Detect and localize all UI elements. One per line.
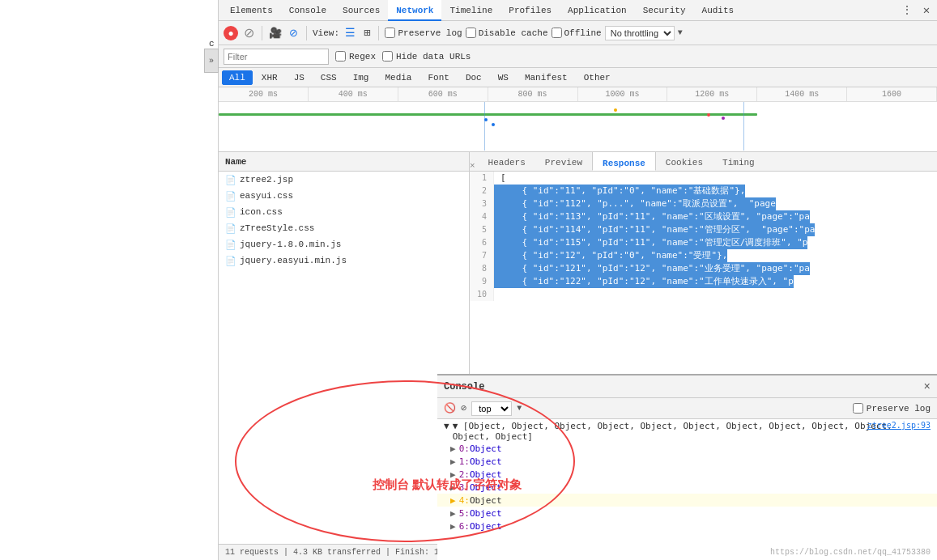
right-tab-cookies[interactable]: Cookies: [656, 152, 713, 171]
filter-button[interactable]: ⊘: [286, 26, 300, 40]
console-ban-icon[interactable]: 🚫: [444, 402, 456, 414]
console-item-6-arrow[interactable]: ▶: [450, 521, 456, 532]
tab-network[interactable]: Network: [388, 0, 441, 21]
response-line-3: 3 { "id":"112", "p...", "name":"取派员设置", …: [470, 197, 937, 210]
tick-600: 600 ms: [398, 87, 488, 101]
network-toolbar: ● ⊘ 🎥 ⊘ View: ☰ ⊞ Preserve log Disable c…: [219, 21, 937, 45]
tab-security[interactable]: Security: [635, 0, 694, 21]
view-label: View:: [313, 28, 339, 38]
console-item-1-arrow[interactable]: ▶: [450, 456, 456, 467]
file-item-ztreestyle[interactable]: 📄 zTreeStyle.css: [219, 220, 469, 236]
right-tab-preview[interactable]: Preview: [535, 152, 592, 171]
response-line-8: 8 { "id":"121", "pId":"12", "name":"业务受理…: [470, 262, 937, 275]
throttle-dropdown-arrow[interactable]: ▼: [678, 28, 683, 37]
type-btn-css[interactable]: CSS: [313, 70, 344, 85]
tick-400: 400 ms: [309, 87, 398, 101]
console-close-btn[interactable]: ×: [924, 380, 931, 393]
tab-bar-icons: ⋮ ✕: [900, 3, 934, 18]
offline-group: Offline: [552, 28, 602, 38]
console-item-4-arrow[interactable]: ▶: [450, 495, 456, 506]
timeline-area: 200 ms 400 ms 600 ms 800 ms 1000 ms 1200…: [219, 87, 937, 152]
regex-group: Regex: [335, 51, 376, 62]
video-button[interactable]: 🎥: [268, 26, 283, 40]
tab-audits[interactable]: Audits: [694, 0, 743, 21]
devtools-panel: Elements Console Sources Network Timelin…: [219, 0, 937, 560]
type-btn-manifest[interactable]: Manifest: [517, 70, 575, 85]
response-line-10: 10: [470, 288, 937, 301]
console-source-ref[interactable]: ztree2.jsp:93: [867, 421, 931, 430]
disable-cache-group: Disable cache: [466, 28, 548, 38]
record-button[interactable]: ●: [224, 26, 238, 40]
console-toolbar: 🚫 ⊘ top ▼ Preserve log: [437, 398, 937, 419]
close-devtools-icon[interactable]: ✕: [919, 3, 934, 18]
console-array-arrow[interactable]: ▼: [444, 421, 449, 431]
console-item-0: ▶ 0: Object: [437, 442, 937, 455]
left-sidebar: c »: [0, 0, 219, 560]
type-btn-js[interactable]: JS: [287, 70, 312, 85]
tile-view-btn[interactable]: ⊞: [361, 26, 373, 40]
file-icon: 📄: [225, 190, 236, 202]
tick-1200: 1200 ms: [667, 87, 757, 101]
response-line-6: 6 { "id":"115", "pId":"11", "name":"管理定区…: [470, 236, 937, 249]
file-icon: 📄: [225, 206, 236, 218]
file-icon: 📄: [225, 239, 236, 250]
hide-data-urls-group: Hide data URLs: [382, 51, 471, 62]
type-btn-img[interactable]: Img: [346, 70, 377, 85]
right-tab-headers[interactable]: Headers: [479, 152, 535, 171]
annotation-text: 控制台 默认转成了字符对象: [373, 477, 522, 493]
console-preserve-log-checkbox[interactable]: [853, 403, 863, 414]
console-context-select[interactable]: top: [471, 401, 512, 416]
type-btn-all[interactable]: All: [222, 70, 253, 85]
file-item-jquery-easyui[interactable]: 📄 jquery.easyui.min.js: [219, 252, 469, 269]
right-tabs: × Headers Preview Response Cookies Timin…: [470, 152, 937, 172]
response-line-5: 5 { "id":"114", "pId":"11", "name":"管理分区…: [470, 223, 937, 236]
console-title: Console: [444, 381, 484, 392]
type-btn-other[interactable]: Other: [577, 70, 618, 85]
preserve-log-checkbox[interactable]: [385, 28, 395, 38]
tab-application[interactable]: Application: [560, 0, 635, 21]
response-line-1: 1 [: [470, 172, 937, 185]
file-item-jquery[interactable]: 📄 jquery-1.8.0.min.js: [219, 236, 469, 252]
console-filter-icon[interactable]: ⊘: [461, 402, 466, 414]
filter-row: Regex Hide data URLs: [219, 45, 937, 68]
tab-sources[interactable]: Sources: [334, 0, 388, 21]
console-dropdown-arrow[interactable]: ▼: [517, 404, 522, 413]
tab-timeline[interactable]: Timeline: [441, 0, 500, 21]
list-view-btn[interactable]: ☰: [343, 26, 358, 40]
stop-button[interactable]: ⊘: [241, 26, 256, 40]
console-log-array: ▼ ▼ [Object, Object, Object, Object, Obj…: [437, 421, 937, 442]
type-btn-ws[interactable]: WS: [491, 70, 516, 85]
right-tab-timing[interactable]: Timing: [713, 152, 765, 171]
file-icon: 📄: [225, 174, 236, 185]
file-item-icon-css[interactable]: 📄 icon.css: [219, 204, 469, 220]
sidebar-collapse-btn[interactable]: »: [204, 49, 219, 73]
watermark: https://blog.csdn.net/qq_41753380: [770, 548, 931, 557]
file-item-ztree2[interactable]: 📄 ztree2.jsp: [219, 172, 469, 188]
tab-console[interactable]: Console: [281, 0, 334, 21]
offline-checkbox[interactable]: [552, 28, 562, 38]
console-item-5: ▶ 5: Object: [437, 507, 937, 520]
hide-data-urls-checkbox[interactable]: [382, 51, 393, 62]
tab-profiles[interactable]: Profiles: [500, 0, 560, 21]
file-list-header: Name: [219, 152, 469, 172]
console-item-0-arrow[interactable]: ▶: [450, 443, 456, 454]
type-btn-font[interactable]: Font: [420, 70, 456, 85]
more-icon[interactable]: ⋮: [900, 3, 914, 18]
throttle-select[interactable]: No throttling: [605, 26, 675, 40]
right-tab-response[interactable]: Response: [592, 152, 656, 171]
type-btn-media[interactable]: Media: [377, 70, 419, 85]
preserve-log-group: Preserve log: [385, 28, 462, 38]
console-item-5-arrow[interactable]: ▶: [450, 508, 456, 519]
right-pane-close[interactable]: ×: [470, 161, 475, 171]
console-item-6: ▶ 6: Object: [437, 520, 937, 532]
tab-elements[interactable]: Elements: [222, 0, 281, 21]
file-item-easyui-css[interactable]: 📄 easyui.css: [219, 188, 469, 204]
tick-1600: 1600: [847, 87, 937, 101]
type-btn-doc[interactable]: Doc: [458, 70, 489, 85]
disable-cache-checkbox[interactable]: [466, 28, 476, 38]
type-btn-xhr[interactable]: XHR: [254, 70, 285, 85]
filter-input[interactable]: [224, 49, 329, 65]
response-line-9: 9 { "id":"122", "pId":"12", "name":"工作单快…: [470, 275, 937, 288]
console-item-4: ▶ 4: Object: [437, 494, 937, 507]
regex-checkbox[interactable]: [335, 51, 346, 62]
